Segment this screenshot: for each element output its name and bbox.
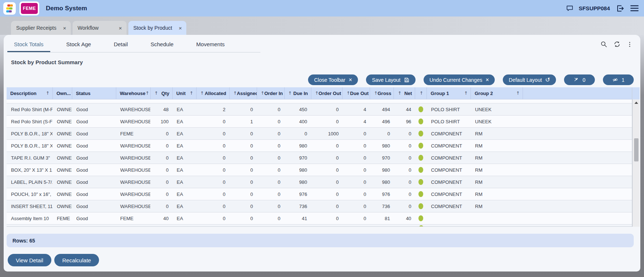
cell-order_in: 0 — [257, 116, 284, 127]
cell-dot — [415, 116, 427, 127]
pinned-count: 0 — [583, 77, 586, 83]
undo-current-changes-button[interactable]: Undo Current Changes × — [424, 74, 495, 85]
column-label: Due Out — [350, 91, 369, 96]
column-header-due_in[interactable]: ↑Due In — [284, 87, 311, 99]
subtab-movements[interactable]: Movements — [190, 37, 231, 52]
column-header-warehouse[interactable]: Warehouse↑ — [116, 87, 150, 99]
table-row[interactable]: Red Polo Shirt (S-F)OWNER1GoodWAREHOUSE1… — [7, 116, 632, 128]
pinned-columns-button[interactable]: 0 — [564, 74, 595, 85]
kebab-menu-icon[interactable] — [626, 41, 633, 48]
cell-group2: RM — [471, 140, 523, 152]
column-header-status[interactable]: Status — [72, 87, 116, 99]
table-row[interactable]: LABEL, PLAIN 5-7/...OWNER1GoodWAREHOUSE1… — [7, 176, 632, 188]
cell-due_in: 970 — [284, 152, 311, 164]
search-icon[interactable] — [600, 41, 608, 48]
cell-warehouse: WAREHOUSE1 — [116, 116, 150, 127]
tab-supplier-receipts[interactable]: Supplier Receipts × — [11, 21, 71, 35]
column-header-order_in[interactable]: ↑Order In — [257, 87, 284, 99]
cell-due_out: 0 — [342, 212, 370, 224]
column-header-gross[interactable]: ↑Gross — [370, 87, 394, 99]
subtab-stock-totals[interactable]: Stock Totals — [7, 37, 50, 52]
table-row[interactable]: POUCH, 10" x 16", ...OWNER1GoodWAREHOUSE… — [7, 188, 632, 200]
cell-order_out: 0 — [311, 152, 343, 164]
cell-group1: COMPONENT — [427, 176, 471, 188]
cell-gross: 494 — [370, 103, 394, 115]
view-detail-button[interactable]: View Detail — [8, 254, 51, 266]
column-header-group2[interactable]: Group 2↑ — [471, 87, 523, 99]
cell-dot — [415, 152, 427, 164]
cell-assigned: 0 — [229, 140, 257, 152]
cell-order_in: 0 — [257, 200, 284, 212]
refresh-icon[interactable] — [613, 40, 621, 48]
hidden-columns-button[interactable]: 1 — [603, 74, 634, 85]
cell-unit: EA — [172, 188, 196, 200]
column-header-description[interactable]: Description↑ — [7, 87, 52, 99]
column-header-qty[interactable]: ↑Qty — [150, 87, 172, 99]
rows-count-label: Rows: 65 — [12, 238, 35, 244]
table-row[interactable]: Red Polo Shirt (M-F)OWNER1GoodWAREHOUSE1… — [7, 103, 632, 116]
tab-close-icon[interactable]: × — [179, 25, 182, 31]
close-toolbar-button[interactable]: Close Toolbar × — [308, 74, 358, 85]
sort-asc-icon: ↑ — [346, 91, 350, 96]
column-header-net[interactable]: ↑Net — [394, 87, 415, 99]
cell-net: 0 — [394, 152, 415, 164]
cell-due_out: 0 — [342, 140, 370, 152]
app-title: Demo System — [46, 5, 87, 12]
eye-off-icon — [612, 77, 618, 83]
cell-due_out: 0 — [342, 164, 370, 176]
hamburger-menu-icon[interactable] — [630, 4, 639, 13]
table-row[interactable]: POLY B.O.R., 18" X ...OWNER1GoodWAREHOUS… — [7, 140, 632, 152]
logout-icon[interactable] — [615, 4, 625, 13]
column-header-order_out[interactable]: ↑Order Out — [311, 87, 343, 99]
subtab-detail[interactable]: Detail — [107, 37, 134, 52]
cell-dot — [415, 103, 427, 115]
cell-status: Good — [72, 152, 116, 164]
cell-status: Good — [72, 103, 116, 115]
cell-due_in: 980 — [284, 176, 311, 188]
clipped-row-bottom[interactable] — [7, 225, 632, 227]
table-row[interactable]: POLY B.O.R., 18" X ...OWNER1GoodFEME0EA0… — [7, 128, 632, 140]
column-header-assigned[interactable]: ↑Assigned — [229, 87, 257, 99]
cell-dot — [415, 164, 427, 176]
table-row[interactable]: TAPE R.I. GUM 3"OWNER1GoodWAREHOUSE10EA0… — [7, 152, 632, 164]
status-dot-icon — [418, 106, 423, 112]
tab-workflow[interactable]: Workflow × — [73, 21, 127, 35]
column-header-due_out[interactable]: ↑Due Out — [342, 87, 370, 99]
save-icon — [404, 77, 410, 83]
cell-gross: 980 — [370, 176, 394, 188]
tab-close-icon[interactable]: × — [119, 25, 122, 31]
column-header-owner[interactable]: Own...↑ — [52, 87, 72, 99]
column-header-group1[interactable]: Group 1↑ — [427, 87, 471, 99]
scrollbar-thumb[interactable] — [634, 138, 638, 161]
table-row[interactable]: BOX, 20" X 13" X 1...OWNER1GoodWAREHOUSE… — [7, 164, 632, 176]
subtab-stock-age[interactable]: Stock Age — [60, 37, 98, 52]
table-row[interactable]: INSERT SHEET, 11I...OWNER1GoodWAREHOUSE1… — [7, 200, 632, 212]
tab-stock-by-product[interactable]: Stock by Product × — [128, 21, 187, 35]
column-header-dot[interactable]: ↑ — [415, 87, 427, 99]
table-row[interactable]: Assembly Item 10FEMEGoodFEME40EA00041008… — [7, 212, 632, 225]
sort-asc-icon: ↑ — [261, 91, 264, 96]
subtab-schedule[interactable]: Schedule — [144, 37, 180, 52]
column-header-allocated[interactable]: ↑Allocated — [196, 87, 229, 99]
chat-icon[interactable] — [566, 4, 574, 12]
cell-dot — [415, 188, 427, 200]
column-header-unit[interactable]: Unit↑ — [172, 87, 196, 99]
clipped-row-top[interactable] — [7, 99, 632, 103]
save-layout-button[interactable]: Save Layout — [366, 74, 416, 85]
default-layout-button[interactable]: Default Layout ↺ — [503, 74, 556, 85]
recalculate-button[interactable]: Recalculate — [54, 254, 99, 266]
cell-net: 0 — [394, 128, 415, 139]
tab-close-icon[interactable]: × — [63, 25, 66, 31]
cell-warehouse: WAREHOUSE1 — [116, 176, 150, 188]
cell-assigned: 0 — [229, 176, 257, 188]
cell-allocated: 0 — [196, 128, 229, 139]
cell-description: LABEL, PLAIN 5-7/... — [7, 176, 52, 188]
cell-description: TAPE R.I. GUM 3" — [7, 152, 52, 164]
cell-group1: COMPONENT — [427, 188, 471, 200]
cell-unit: EA — [172, 152, 196, 164]
cell-owner: OWNER1 — [52, 116, 72, 127]
column-label: Warehouse — [120, 91, 146, 96]
scrollbar-up-icon[interactable] — [634, 102, 638, 104]
cell-net: 0 — [394, 200, 415, 212]
cell-allocated: 0 — [196, 176, 229, 188]
